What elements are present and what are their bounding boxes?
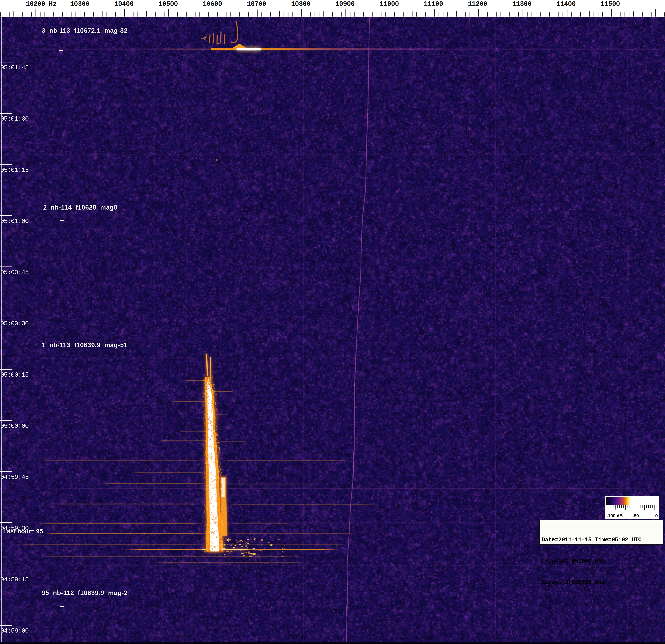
freq-label-10600: 10600 <box>203 0 222 8</box>
event-annotation-3: 3 nb-113 f10672.1 mag-32 <box>42 27 128 34</box>
colorbar-min-label: -100 dB <box>606 513 623 518</box>
freq-unit-label: Hz <box>49 0 57 8</box>
info-box: Date=2011-11-15 Time=05:02 UTC Freq=143.… <box>539 520 663 545</box>
time-label-05:01:00: 05:01:00 <box>0 217 28 225</box>
frequency-ruler: 1020010300104001050010600107001080010900… <box>0 0 665 17</box>
info-echo-line: Echo=143.039795 MHz <box>542 579 661 586</box>
event-marker-dash-3 <box>59 50 63 51</box>
freq-label-10800: 10800 <box>291 0 310 8</box>
time-tick <box>0 318 12 318</box>
colorbar-labels: -100 dB -50 0 <box>606 513 658 518</box>
time-tick <box>0 420 12 421</box>
spectrogram-app-window: 1020010300104001050010600107001080010900… <box>0 0 665 644</box>
time-tick <box>0 574 12 574</box>
freq-label-11200: 11200 <box>468 0 487 8</box>
colorbar-legend: -100 dB -50 0 <box>605 496 659 519</box>
freq-label-10900: 10900 <box>335 0 355 8</box>
freq-label-11400: 11400 <box>556 0 575 8</box>
event-annotation-2: 2 nb-114 f10628 mag0 <box>43 204 117 211</box>
colorbar-max-label: 0 <box>655 513 658 518</box>
freq-label-11500: 11500 <box>601 0 620 8</box>
event-annotation-95: 95 nb-112 f10639.9 mag-2 <box>42 589 128 596</box>
time-label-05:01:45: 05:01:45 <box>0 64 28 71</box>
time-label-04:59:15: 04:59:15 <box>0 576 28 583</box>
freq-label-11000: 11000 <box>379 0 399 8</box>
colorbar-major-ticks <box>606 505 658 510</box>
time-tick <box>0 523 12 523</box>
freq-label-10200: 10200 <box>26 0 45 8</box>
time-tick <box>0 113 12 114</box>
last-hour-counter: Last hour= 95 <box>3 528 43 535</box>
freq-label-10400: 10400 <box>114 0 133 8</box>
freq-label-11300: 11300 <box>512 0 531 8</box>
ruler-minor-ticks <box>0 13 665 17</box>
time-label-05:01:30: 05:01:30 <box>0 115 28 122</box>
event-marker-dash-95 <box>60 606 64 607</box>
time-label-05:01:15: 05:01:15 <box>0 167 28 174</box>
time-label-04:59:00: 04:59:00 <box>0 627 28 634</box>
freq-label-10300: 10300 <box>70 0 89 8</box>
time-tick <box>0 369 12 370</box>
time-tick <box>0 471 12 472</box>
time-tick <box>0 62 12 62</box>
time-label-05:00:00: 05:00:00 <box>0 422 28 430</box>
time-label-05:00:45: 05:00:45 <box>0 269 28 276</box>
event-annotation-1: 1 nb-113 f10639.9 mag-51 <box>42 341 128 349</box>
freq-label-10700: 10700 <box>247 0 266 8</box>
colorbar-ticks <box>606 505 658 510</box>
time-axis-line <box>1 17 2 642</box>
time-tick <box>0 215 12 216</box>
time-label-05:00:30: 05:00:30 <box>0 320 28 327</box>
time-label-05:00:15: 05:00:15 <box>0 371 28 379</box>
time-label-04:59:45: 04:59:45 <box>0 474 28 481</box>
time-tick <box>0 625 12 626</box>
info-freq-line: Freq=143.050000 MHz <box>542 557 661 565</box>
colorbar-gradient <box>606 497 658 505</box>
freq-label-11100: 11100 <box>424 0 443 8</box>
colorbar-mid-label: -50 <box>632 513 639 518</box>
time-tick <box>0 164 12 165</box>
time-tick <box>0 266 12 267</box>
event-marker-dash-2 <box>60 220 64 221</box>
freq-label-10500: 10500 <box>158 0 178 8</box>
info-date-line: Date=2011-11-15 Time=05:02 UTC <box>542 536 661 544</box>
